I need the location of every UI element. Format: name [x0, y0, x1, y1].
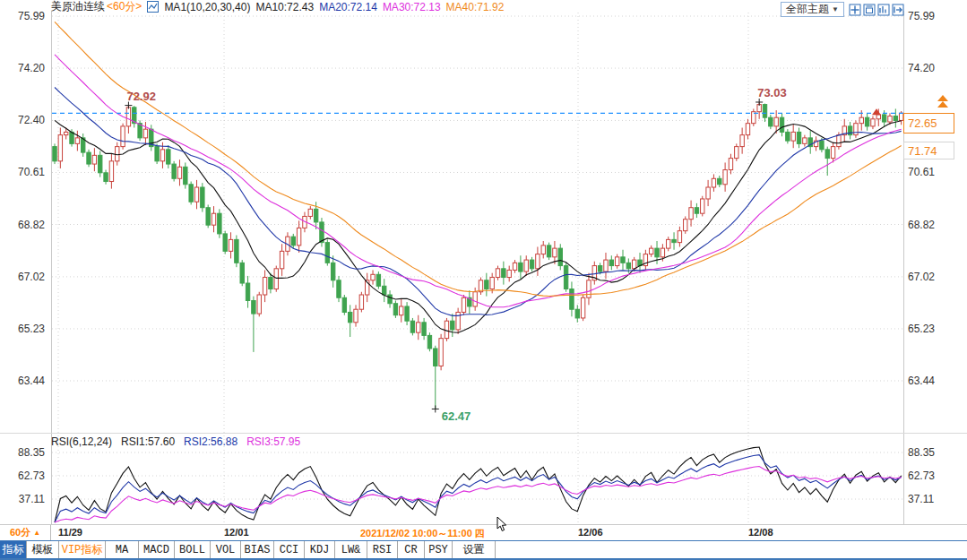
date-label: 12/08: [748, 527, 773, 538]
toolbar-tab-RSI[interactable]: RSI: [367, 541, 398, 558]
toolbar-tab-BIAS[interactable]: BIAS: [241, 541, 274, 558]
rsi-tick-label: 62.73: [18, 470, 45, 482]
price-tick-label: 65.23: [18, 323, 45, 335]
toolbar-tab-VIP指标[interactable]: VIP指标: [59, 541, 106, 558]
date-label: 11/29: [58, 527, 82, 538]
rsi-tick-label: 88.35: [908, 446, 935, 459]
expand-pane-icon[interactable]: [892, 4, 904, 16]
price-tick-label: 72.40: [18, 114, 45, 126]
price-tick-label: 70.61: [18, 166, 45, 178]
rsi-header: RSI(6,12,24) RSI1:57.60 RSI2:56.88 RSI3:…: [51, 435, 300, 448]
ma40-value: MA40:71.92: [446, 1, 505, 13]
toolbar-tab-PSY[interactable]: PSY: [425, 541, 453, 558]
prev-close-tag: 71.74: [903, 142, 954, 159]
price-tick-label: 75.99: [908, 10, 935, 22]
chart-type-icon: [147, 1, 159, 13]
price-tick-label: 63.44: [18, 375, 45, 387]
rsi-tick-label: 37.11: [19, 493, 45, 505]
indicator-toolbar: 指标模板VIP指标MAMACDBOLLVOLBIASCCIKDJLW&RSICR…: [0, 540, 967, 560]
toolbar-tab-MA[interactable]: MA: [106, 541, 139, 558]
rsi-tick-label: 88.35: [18, 446, 45, 459]
price-tick-label: 74.20: [908, 62, 935, 74]
theme-dropdown-button[interactable]: 全部主题 ▼: [781, 2, 844, 17]
date-label: 2021/12/02 10:00～11:00 四: [360, 527, 485, 540]
period-selector[interactable]: 60分 ▲: [0, 525, 51, 540]
charting-app: 75.9975.9974.2074.2072.4072.4070.6170.61…: [0, 0, 967, 560]
rsi-tick-label: 37.11: [908, 493, 934, 505]
toolbar-tab-KDJ[interactable]: KDJ: [305, 541, 335, 558]
extreme-price-annotation: 62.47: [442, 409, 471, 423]
price-tick-label: 70.61: [908, 166, 935, 178]
toolbar-tab-模板[interactable]: 模板: [27, 541, 59, 558]
rsi3-value: RSI3:57.95: [246, 435, 300, 448]
chart-toolbar-top: 全部主题 ▼: [781, 2, 904, 17]
current-price-tag: 72.65: [903, 113, 954, 134]
zoom-area-icon[interactable]: [863, 4, 876, 16]
symbol-title: 美原油连续: [51, 0, 105, 14]
ma-settings-label: MA1(10,20,30,40): [164, 1, 250, 13]
mouse-cursor: [496, 517, 507, 532]
toolbar-tab-CCI[interactable]: CCI: [274, 541, 305, 558]
date-label: 12/06: [578, 527, 603, 538]
rsi-settings-label: RSI(6,12,24): [51, 435, 112, 448]
chart-header: 美原油连续 <60分> MA1(10,20,30,40) MA10:72.43 …: [51, 0, 504, 13]
toolbar-tab-MACD[interactable]: MACD: [139, 541, 175, 558]
rsi1-value: RSI1:57.60: [121, 435, 175, 448]
toolbar-tab-VOL[interactable]: VOL: [211, 541, 241, 558]
toolbar-tab-CR[interactable]: CR: [398, 541, 425, 558]
rsi2-value: RSI2:56.88: [184, 435, 237, 448]
ma10-value: MA10:72.43: [255, 1, 314, 13]
date-label: 12/01: [224, 527, 249, 538]
toolbar-tab-BOLL[interactable]: BOLL: [175, 541, 211, 558]
price-tick-label: 68.82: [18, 219, 45, 231]
price-tick-label: 63.44: [908, 375, 935, 387]
pane-tool-icons: [849, 4, 904, 16]
theme-dropdown-label: 全部主题: [786, 2, 829, 17]
price-up-arrows-icon: [936, 93, 950, 113]
toolbar-tab-LW&[interactable]: LW&: [335, 541, 367, 558]
extreme-price-annotation: 73.03: [757, 86, 787, 99]
chevron-down-icon: ▼: [832, 5, 839, 13]
triangle-up-icon: ▲: [33, 529, 40, 537]
toolbar-tab-indicator[interactable]: 指标: [0, 541, 27, 558]
price-tick-label: 65.23: [908, 323, 935, 335]
ma30-value: MA30:72.13: [383, 1, 441, 13]
pane-layout-icon[interactable]: [877, 4, 890, 16]
price-tick-label: 67.02: [18, 271, 45, 283]
period-label: <60分>: [107, 0, 142, 14]
price-tick-label: 75.99: [18, 10, 45, 22]
date-axis: 60分 ▲ 11/2912/012021/12/02 10:00～11:00 四…: [0, 524, 967, 541]
rsi-tick-label: 62.73: [908, 470, 935, 482]
price-tick-label: 67.02: [908, 271, 935, 283]
toolbar-tab-设置[interactable]: 设置: [453, 541, 496, 558]
ma20-value: MA20:72.14: [319, 1, 377, 13]
price-tick-label: 68.82: [908, 219, 935, 231]
extreme-price-annotation: 72.92: [126, 90, 156, 103]
period-selector-label: 60分: [10, 526, 30, 539]
crosshair-icon[interactable]: [849, 4, 861, 16]
price-tick-label: 74.20: [18, 62, 45, 74]
